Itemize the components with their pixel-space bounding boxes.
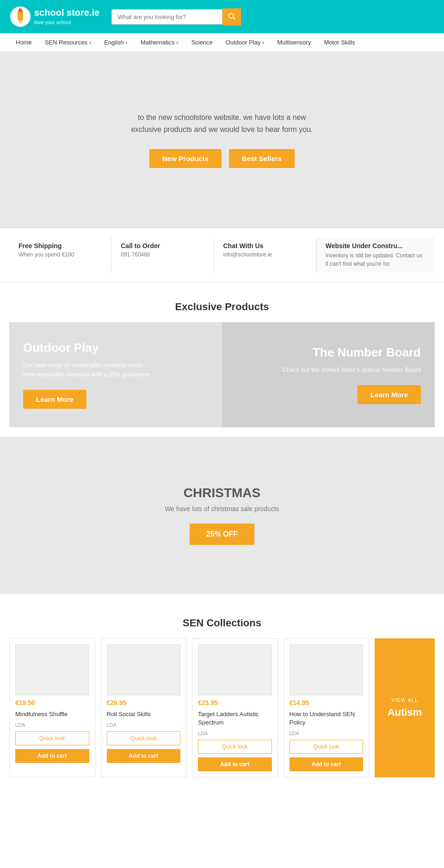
info-chat-desc: info@schoolstore.ie xyxy=(223,251,306,258)
product-brand-1: LDA xyxy=(15,722,89,728)
info-notice-desc: Inventory is still be updated. Contact u… xyxy=(326,251,426,268)
info-call-title: Call to Order xyxy=(121,242,204,250)
sen-section: SEN Collections €19.50 Mindfulness Shuff… xyxy=(0,603,444,787)
add-cart-btn-1[interactable]: Add to cart xyxy=(15,749,89,763)
info-shipping-desc: When you spend €100 xyxy=(18,251,102,258)
nav-item-motor[interactable]: Motor Skills xyxy=(317,33,361,51)
search-container xyxy=(111,8,241,25)
product-name-1: Mindfulness Shuffle xyxy=(15,710,89,718)
site-header: school store.ie love your school xyxy=(0,0,444,33)
logo-icon xyxy=(9,6,31,28)
logo-name: school store.ie xyxy=(34,7,99,18)
info-chat: Chat With Us info@schoolstore.ie xyxy=(214,237,316,273)
exclusive-right: The Number Board Check out the School St… xyxy=(222,322,435,427)
best-sellers-button[interactable]: Best Sellers xyxy=(229,149,295,168)
logo-tagline: love your school xyxy=(34,19,71,25)
view-all-category: Autism xyxy=(388,706,422,718)
nav-item-science[interactable]: Science xyxy=(185,33,219,51)
search-input[interactable] xyxy=(111,9,222,25)
product-image-2 xyxy=(107,644,181,695)
product-name-3: Target Ladders Autistic Spectrum xyxy=(198,710,272,727)
product-image-3 xyxy=(198,644,272,695)
info-shipping: Free Shipping When you spend €100 xyxy=(9,237,111,273)
add-cart-btn-4[interactable]: Add to cart xyxy=(290,757,364,771)
exclusive-left-desc: Our new range of sustainable products ma… xyxy=(23,361,153,379)
product-card-1: €19.50 Mindfulness Shuffle LDA Quick loo… xyxy=(9,638,95,777)
add-cart-btn-2[interactable]: Add to cart xyxy=(107,749,181,763)
info-notice-title: Website Under Constru... xyxy=(326,242,426,250)
promo-subtitle: We have lots of christmas sale products xyxy=(165,505,279,512)
exclusive-right-title: The Number Board xyxy=(313,345,421,360)
svg-point-4 xyxy=(229,13,234,18)
info-shipping-title: Free Shipping xyxy=(18,242,102,250)
product-name-2: Roll Social Skills xyxy=(107,710,181,718)
nav-item-english[interactable]: English ‹ xyxy=(98,33,134,51)
svg-line-5 xyxy=(233,18,235,19)
quick-look-btn-1[interactable]: Quick look xyxy=(15,731,89,745)
product-brand-2: LDA xyxy=(107,722,181,728)
product-price-1: €19.50 xyxy=(15,699,89,706)
quick-look-btn-4[interactable]: Quick look xyxy=(290,740,364,754)
product-price-3: €23.95 xyxy=(198,699,272,706)
info-chat-title: Chat With Us xyxy=(223,242,306,250)
hero-text: to the new schoolstore website. we have … xyxy=(130,112,314,135)
product-price-4: €14.95 xyxy=(290,699,364,706)
hero-buttons: New Products Best Sellers xyxy=(149,149,295,168)
exclusive-right-desc: Check out the School Store's special Num… xyxy=(283,365,421,375)
product-image-1 xyxy=(15,644,89,695)
view-all-label: VIEW ALL xyxy=(391,697,418,703)
exclusive-left: Outdoor Play Our new range of sustainabl… xyxy=(9,322,222,427)
promo-banner: CHRISTMAS We have lots of christmas sale… xyxy=(0,437,444,594)
product-brand-4: LDA xyxy=(290,731,364,736)
hero-banner: to the new schoolstore website. we have … xyxy=(0,52,444,228)
nav-item-multisensory[interactable]: Multisensory xyxy=(271,33,317,51)
number-board-learn-more-button[interactable]: Learn More xyxy=(358,385,421,404)
product-name-4: How to Understand SEN Policy xyxy=(290,710,364,727)
new-products-button[interactable]: New Products xyxy=(149,149,222,168)
product-image-4 xyxy=(290,644,364,695)
add-cart-btn-3[interactable]: Add to cart xyxy=(198,757,272,771)
product-card-2: €26.95 Roll Social Skills LDA Quick look… xyxy=(101,638,187,777)
main-nav: Home SEN Resources ‹ English ‹ Mathemati… xyxy=(0,33,444,52)
promo-title: CHRISTMAS xyxy=(184,486,260,500)
info-call-desc: 091 760466 xyxy=(121,251,204,258)
product-price-2: €26.95 xyxy=(107,699,181,706)
search-icon xyxy=(228,12,235,20)
quick-look-btn-2[interactable]: Quick look xyxy=(107,731,181,745)
view-all-autism[interactable]: VIEW ALL Autism xyxy=(375,638,435,777)
exclusive-section-title: Exclusive Products xyxy=(0,282,444,322)
exclusive-left-title: Outdoor Play xyxy=(23,341,208,355)
promo-button[interactable]: 25% OFF xyxy=(190,524,254,545)
info-notice: Website Under Constru... Inventory is st… xyxy=(316,237,435,273)
nav-item-home[interactable]: Home xyxy=(9,33,38,51)
sen-products-list: €19.50 Mindfulness Shuffle LDA Quick loo… xyxy=(9,638,435,777)
product-card-4: €14.95 How to Understand SEN Policy LDA … xyxy=(284,638,370,777)
nav-item-mathematics[interactable]: Mathematics ‹ xyxy=(134,33,185,51)
product-brand-3: LDA xyxy=(198,731,272,736)
info-call: Call to Order 091 760466 xyxy=(111,237,214,273)
info-bar: Free Shipping When you spend €100 Call t… xyxy=(0,228,444,282)
nav-item-sen[interactable]: SEN Resources ‹ xyxy=(38,33,98,51)
exclusive-container: Outdoor Play Our new range of sustainabl… xyxy=(9,322,435,427)
sen-section-title: SEN Collections xyxy=(9,612,435,638)
search-button[interactable] xyxy=(222,8,241,25)
quick-look-btn-3[interactable]: Quick look xyxy=(198,740,272,754)
logo[interactable]: school store.ie love your school xyxy=(9,6,99,28)
svg-point-3 xyxy=(18,8,22,12)
nav-item-outdoor[interactable]: Outdoor Play ‹ xyxy=(219,33,271,51)
product-card-3: €23.95 Target Ladders Autistic Spectrum … xyxy=(192,638,278,777)
outdoor-learn-more-button[interactable]: Learn More xyxy=(23,390,86,409)
